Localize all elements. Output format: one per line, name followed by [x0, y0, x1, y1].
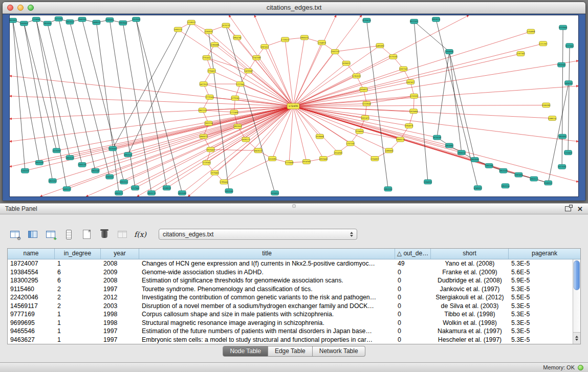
graph-node[interactable]: 1905135	[78, 162, 86, 167]
columns-icon[interactable]	[26, 228, 39, 241]
graph-node[interactable]: 1485083	[376, 43, 384, 48]
graph-node[interactable]: 1725440	[285, 160, 294, 165]
table-settings-icon[interactable]: ⚙	[8, 228, 21, 241]
column-header[interactable]: title	[139, 249, 395, 259]
graph-node[interactable]: 9310944	[559, 25, 568, 30]
graph-node[interactable]: 1853082	[445, 143, 453, 148]
scroll-up-icon[interactable]	[575, 336, 578, 338]
graph-node[interactable]: 9245022	[474, 186, 482, 190]
graph-node[interactable]: 1781533	[353, 74, 361, 78]
graph-node[interactable]: 1853151	[120, 180, 128, 184]
graph-node[interactable]: 1204870	[318, 40, 326, 45]
graph-node[interactable]: 1664694	[445, 50, 454, 54]
column-header[interactable]: pagerank	[509, 249, 580, 259]
graph-node[interactable]: 1853171	[115, 191, 123, 195]
graph-node[interactable]: 2242008	[252, 55, 261, 60]
graph-node[interactable]: 1318533	[163, 186, 171, 190]
graph-node[interactable]: 9227441	[565, 43, 574, 48]
graph-node[interactable]: 1853196	[225, 189, 234, 193]
table-row[interactable]: 977716911998Corpus callosum shape and si…	[8, 310, 573, 319]
graph-node[interactable]: 1604871	[360, 87, 368, 92]
graph-node[interactable]: 2775141	[206, 95, 214, 99]
vertical-scrollbar[interactable]	[573, 259, 580, 344]
graph-node[interactable]: 2013100	[132, 17, 141, 21]
close-panel-icon[interactable]: ✕	[577, 206, 583, 212]
graph-node[interactable]: 1221397	[539, 41, 547, 46]
window-titlebar[interactable]: citations_edges.txt	[3, 2, 585, 14]
graph-node[interactable]: 1936171	[242, 137, 250, 142]
graph-node[interactable]: 1427512	[200, 82, 208, 86]
graph-node[interactable]: 1675441	[211, 170, 219, 175]
graph-node[interactable]: 8130474	[363, 18, 372, 23]
graph-node[interactable]: 1601427	[361, 116, 369, 120]
table-row[interactable]: 2242004622012Investigating the contribut…	[8, 293, 573, 302]
graph-node[interactable]: 1853074	[432, 17, 441, 21]
table-row[interactable]: 911546021997Tourette syndrome. Phenomeno…	[8, 285, 573, 294]
graph-node[interactable]: 1853106	[499, 168, 508, 173]
graph-node[interactable]: 1725341	[203, 160, 211, 165]
graph-node[interactable]: 1088214	[548, 116, 557, 121]
graph-node[interactable]: 1954975	[405, 124, 413, 128]
graph-node[interactable]: 2060503	[20, 21, 28, 26]
graph-node[interactable]: 2867131	[199, 108, 207, 113]
new-table-icon[interactable]	[80, 228, 93, 241]
graph-node[interactable]: 1727541	[236, 82, 244, 86]
graph-node[interactable]: 1853214	[502, 184, 510, 188]
graph-node[interactable]: 1803022	[254, 148, 262, 153]
graph-node[interactable]: 1160161	[21, 168, 29, 173]
graph-node[interactable]: 1785443	[220, 180, 228, 184]
graph-node[interactable]: 2204907	[371, 157, 379, 161]
tab-node-table[interactable]: Node Table	[223, 346, 268, 357]
graph-node[interactable]: 1924503	[271, 191, 279, 195]
graph-node[interactable]: 1853012	[66, 19, 74, 24]
graph-node[interactable]: 1610081	[268, 157, 276, 161]
graph-node[interactable]: 1089965	[385, 148, 393, 153]
graph-node[interactable]: 2902214	[205, 121, 213, 126]
graph-node[interactable]: 1210644	[363, 101, 372, 106]
graph-node[interactable]: 1757105	[346, 141, 355, 146]
graph-node[interactable]: 2260533	[205, 29, 213, 34]
graph-node[interactable]: 1853140	[91, 168, 100, 173]
graph-node[interactable]: 1853162	[49, 179, 57, 183]
graph-node[interactable]: 1697343	[399, 67, 407, 71]
table-row[interactable]: 1872400712008Changes of HCN gene express…	[8, 259, 573, 268]
column-header[interactable]: in_degree	[55, 249, 101, 259]
column-header[interactable]: △ out_de…	[395, 249, 431, 259]
column-header[interactable]: short	[431, 249, 509, 259]
table-panel-header[interactable]: Table Panel ✕	[0, 203, 588, 214]
graph-node[interactable]: 1092450	[514, 172, 523, 177]
graph-node[interactable]: 1607427	[406, 80, 415, 84]
graph-node[interactable]: 1575105	[389, 54, 397, 59]
graph-node[interactable]: 1679193	[433, 135, 441, 140]
graph-node[interactable]: 1853185	[178, 191, 186, 195]
graph-node[interactable]: 1454151	[564, 81, 573, 85]
graph-node[interactable]: 1865033	[300, 35, 309, 40]
graph-node[interactable]: 1592210	[331, 50, 340, 54]
graph-node[interactable]: 1210453	[564, 150, 572, 155]
graph-node[interactable]: 1895079	[396, 137, 404, 142]
graph-node[interactable]: 1733021	[281, 37, 289, 42]
graph-node[interactable]: 2526060	[108, 146, 117, 151]
float-panel-icon[interactable]	[565, 206, 571, 211]
graph-node[interactable]: 9245012	[544, 181, 552, 185]
graph-node[interactable]: 1853002	[10, 18, 17, 23]
graph-node[interactable]: 1572253	[55, 16, 63, 21]
function-builder-icon[interactable]: f(x)	[134, 228, 147, 241]
graph-node[interactable]: 1854790	[233, 35, 242, 40]
graph-node[interactable]: 1853190	[124, 152, 133, 157]
scroll-down-icon[interactable]	[575, 339, 578, 341]
graph-node[interactable]: 1853179	[147, 191, 156, 195]
graph-node[interactable]: 2754412	[208, 69, 216, 73]
graph-node[interactable]: 1408533	[92, 20, 100, 25]
table-row[interactable]: 969969511998Structural magnetic resonanc…	[8, 319, 573, 327]
graph-node[interactable]: 1905137	[63, 187, 71, 191]
table-row[interactable]: 946362711997Embryonic stem cells: a mode…	[8, 336, 573, 344]
graph-node[interactable]: 1853132	[66, 156, 74, 160]
table-row[interactable]: 1456911722003Disruption of a novel membe…	[8, 302, 573, 311]
graph-node[interactable]: 1853117	[530, 177, 538, 181]
graph-node[interactable]: 1915464	[409, 109, 418, 114]
graph-node[interactable]: 1518445	[316, 134, 324, 139]
table-row[interactable]: 1830029562008Estimation of significance …	[8, 276, 573, 285]
graph-node[interactable]: 1853044	[119, 20, 127, 25]
graph-node[interactable]: 1514345	[334, 150, 342, 155]
